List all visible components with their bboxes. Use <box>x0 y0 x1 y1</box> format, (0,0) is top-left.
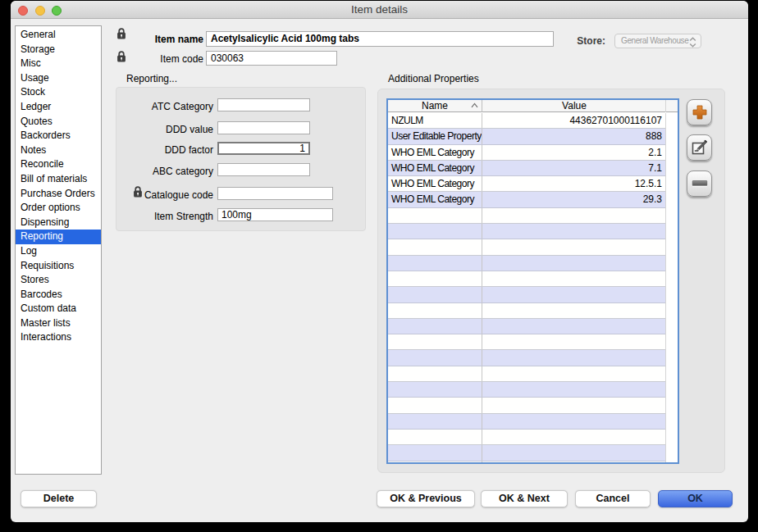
empty-row[interactable] <box>388 303 678 319</box>
property-name-cell <box>388 462 482 462</box>
sidebar-item-custom-data[interactable]: Custom data <box>16 302 101 316</box>
property-value-cell <box>483 303 662 318</box>
value-column-header[interactable]: Value <box>483 100 665 112</box>
empty-row[interactable] <box>388 366 678 382</box>
property-value-cell <box>483 382 662 397</box>
property-value-cell: 29.3 <box>483 192 662 207</box>
item-strength-input[interactable]: 100mg <box>217 208 333 221</box>
property-name-cell: WHO EML Category <box>388 192 482 207</box>
scrollbar-track <box>665 413 678 430</box>
property-name-cell <box>388 271 482 286</box>
empty-row[interactable] <box>388 445 678 461</box>
empty-row[interactable] <box>388 256 678 271</box>
empty-row[interactable] <box>388 271 678 287</box>
ok-button[interactable]: OK <box>658 490 733 507</box>
store-select-value: General Warehouse <box>621 36 688 45</box>
scrollbar-track <box>665 366 678 382</box>
sidebar-item-storage[interactable]: Storage <box>16 43 101 57</box>
sidebar-item-master-lists[interactable]: Master lists <box>16 316 101 331</box>
sidebar-item-reporting[interactable]: Reporting <box>16 230 101 244</box>
empty-row[interactable] <box>388 319 678 334</box>
property-row[interactable]: NZULM44362701000116107 <box>388 113 678 129</box>
properties-table[interactable]: Name Value NZULM44362701000116107User Ed… <box>386 98 679 464</box>
ddd-value-input[interactable] <box>217 121 310 134</box>
title-bar[interactable]: Item details <box>11 1 748 19</box>
property-name-cell <box>388 445 482 460</box>
ok-previous-button[interactable]: OK & Previous <box>377 490 475 507</box>
edit-property-button[interactable] <box>687 134 712 161</box>
item-name-input[interactable]: Acetylsalicylic Acid 100mg tabs <box>206 31 554 47</box>
property-row[interactable]: WHO EML Category29.3 <box>388 192 678 207</box>
empty-row[interactable] <box>388 350 678 366</box>
scrollbar-track <box>665 255 678 271</box>
empty-row[interactable] <box>388 287 678 302</box>
sidebar-item-log[interactable]: Log <box>16 244 101 259</box>
scrollbar-track <box>665 144 678 161</box>
sidebar-item-stock[interactable]: Stock <box>16 85 101 100</box>
empty-row[interactable] <box>388 430 678 445</box>
catalogue-code-input[interactable] <box>217 187 333 200</box>
empty-row[interactable] <box>388 334 678 350</box>
sidebar-item-stores[interactable]: Stores <box>16 273 101 288</box>
remove-property-button[interactable] <box>687 171 712 197</box>
property-value-cell: 12.5.1 <box>483 176 662 191</box>
item-name-label: Item name <box>93 34 203 45</box>
scrollbar-track <box>665 302 678 319</box>
store-select[interactable]: General Warehouse <box>614 34 701 48</box>
sidebar-item-usage[interactable]: Usage <box>16 71 101 86</box>
property-name-cell <box>388 366 482 381</box>
property-value-cell <box>483 239 662 254</box>
item-details-window: Item details GeneralStorageMiscUsageStoc… <box>11 1 748 522</box>
ok-next-button[interactable]: OK & Next <box>481 490 568 507</box>
property-row[interactable]: WHO EML Category12.5.1 <box>388 176 678 192</box>
sidebar-item-misc[interactable]: Misc <box>16 57 101 71</box>
property-value-cell <box>483 287 662 302</box>
property-row[interactable]: WHO EML Category7.1 <box>388 161 678 176</box>
empty-row[interactable] <box>388 239 678 255</box>
property-name-cell <box>388 239 482 254</box>
sidebar-item-general[interactable]: General <box>16 28 101 43</box>
item-code-input[interactable]: 030063 <box>206 51 337 66</box>
ddd-factor-input[interactable]: 1 <box>217 142 310 155</box>
sidebar-item-requisitions[interactable]: Requisitions <box>16 259 101 274</box>
atc-category-input[interactable] <box>217 98 310 111</box>
additional-properties-title: Additional Properties <box>388 73 479 84</box>
header-scrollbar-gap <box>665 100 678 112</box>
cancel-button[interactable]: Cancel <box>575 490 651 507</box>
property-name-cell <box>388 430 482 444</box>
plus-icon <box>692 105 707 120</box>
property-value-cell <box>483 350 662 365</box>
property-value-cell <box>483 414 662 429</box>
scrollbar-track <box>665 397 678 413</box>
add-property-button[interactable] <box>687 99 712 125</box>
sidebar-item-barcodes[interactable]: Barcodes <box>16 288 101 302</box>
scrollbar-track <box>665 271 678 287</box>
empty-row[interactable] <box>388 398 678 413</box>
ddd-factor-label: DDD factor <box>60 144 213 156</box>
property-row[interactable]: WHO EML Category2.1 <box>388 145 678 161</box>
empty-row[interactable] <box>388 208 678 224</box>
property-value-cell <box>483 430 662 444</box>
sidebar-item-interactions[interactable]: Interactions <box>16 330 101 345</box>
delete-button[interactable]: Delete <box>21 490 97 507</box>
empty-row[interactable] <box>388 414 678 430</box>
scrollbar-track <box>665 381 678 398</box>
empty-row[interactable] <box>388 462 678 462</box>
scrollbar-track <box>665 286 678 302</box>
property-name-cell <box>388 303 482 318</box>
sidebar-tab-list[interactable]: GeneralStorageMiscUsageStockLedgerQuotes… <box>15 25 102 475</box>
scrollbar-track <box>665 207 678 224</box>
empty-row[interactable] <box>388 382 678 398</box>
property-name-cell: WHO EML Category <box>388 145 482 160</box>
name-column-header[interactable]: Name <box>388 100 482 112</box>
scrollbar-track <box>665 444 678 461</box>
scrollbar-track <box>665 461 678 462</box>
abc-category-input[interactable] <box>217 163 310 176</box>
property-value-cell <box>483 271 662 286</box>
property-value-cell <box>483 256 662 271</box>
property-value-cell: 888 <box>483 129 662 143</box>
scrollbar-track <box>665 239 678 255</box>
empty-row[interactable] <box>388 224 678 239</box>
property-row[interactable]: User Editable Property888 <box>388 129 678 144</box>
item-strength-label: Item Strength <box>60 211 213 222</box>
